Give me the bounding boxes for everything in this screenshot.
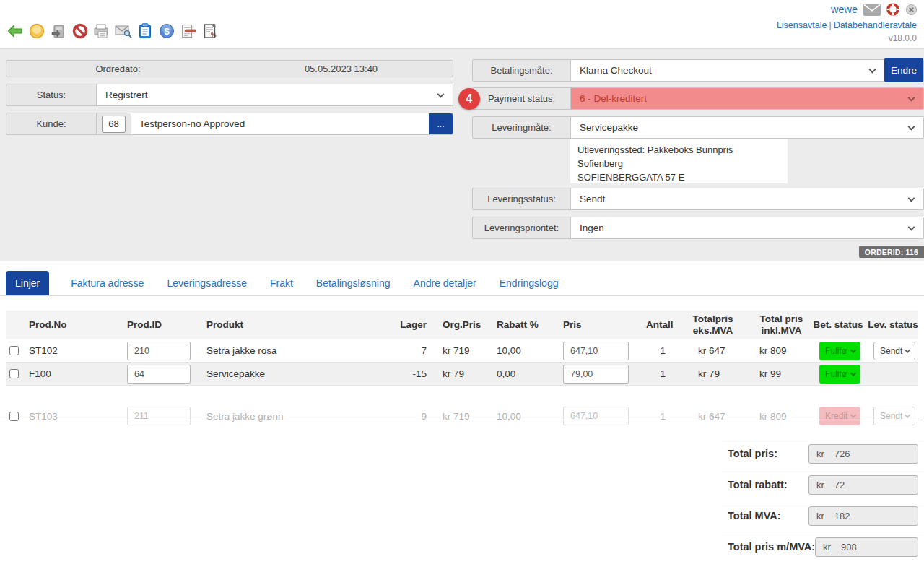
chevron-down-icon [905,412,910,418]
row-checkbox[interactable] [9,412,19,421]
total-pris-label: Total pris: [722,441,777,472]
status-value: Registrert [105,90,148,100]
back-icon[interactable] [6,22,25,40]
leveringmate-label: Leveringmåte: [473,117,571,138]
cell-rabatt: 0,00 [497,368,563,379]
betalingsmate-select[interactable]: Klarna Checkout [571,60,884,81]
totals-panel: Total pris: kr726 Total rabatt: kr72 Tot… [722,441,924,565]
pris-input[interactable] [563,342,629,360]
lev-status-select[interactable]: Sendt [873,342,915,360]
col-produkt: Produkt [206,319,390,330]
currency-prefix: kr [809,448,824,459]
cell-prodno: F100 [29,368,127,379]
row-checkbox[interactable] [9,369,19,378]
close-icon[interactable] [905,4,917,15]
report-remove-icon[interactable] [179,22,198,40]
cell-produkt: Servicepakke [206,368,390,379]
kunde-label: Kunde: [6,113,97,134]
total-pris-field: kr726 [808,444,918,464]
chevron-down-icon [437,90,445,98]
edit-log-icon[interactable]: % [201,22,219,40]
cell-toteks: kr 647 [666,345,740,356]
print-icon[interactable] [92,22,111,40]
leveringsstatus-select[interactable]: Sendt [571,188,923,209]
kunde-id-input[interactable] [102,116,126,133]
cell-prodno: ST103 [29,411,127,422]
col-rabatt: Rabatt % [497,319,563,330]
total-rabatt-field: kr72 [808,475,918,495]
leveringsprioritet-row: Leveringsprioritet: Ingen [472,217,924,239]
col-totinkl: Total pris inkl.MVA [740,313,808,337]
total-rabatt-label: Total rabatt: [722,472,788,503]
prodid-input[interactable] [127,407,191,425]
leveringsprioritet-value: Ingen [580,222,604,233]
order-lines-table: Prod.No Prod.ID Produkt Lager Org.Pris R… [6,311,918,386]
tab-leveringsadresse[interactable]: Leveringsadresse [165,277,248,295]
leveringsprioritet-select[interactable]: Ingen [571,217,923,238]
lisensavtale-link[interactable]: Lisensavtale [777,20,827,30]
header-right: wewe Lisensavtale|Databehandleravtale v1… [777,3,917,43]
lifebuoy-icon[interactable] [886,3,899,16]
lev-status-value: Sendt [880,411,902,421]
tab-faktura-adresse[interactable]: Faktura adresse [69,277,145,295]
bet-status-value: Fullfø [825,346,847,356]
kunde-name-input[interactable] [131,113,429,134]
kunde-browse-button[interactable]: ... [429,113,453,134]
prodid-input[interactable] [127,365,191,384]
cell-produkt: Setra jakke grønn [206,411,390,422]
bet-status-value: Fullfø [825,369,847,379]
bet-status-select[interactable]: Fullfø [819,365,860,384]
payment-status-row: Payment status: 6 - Del-kreditert [472,87,924,110]
envelope-icon[interactable] [863,3,881,16]
cell-prodno: ST102 [29,345,127,356]
prodid-input[interactable] [127,342,191,360]
tab-linjer[interactable]: Linjer [6,271,49,295]
col-pris: Pris [563,319,646,330]
address-line-2: SOFIENBERGGATA 57 E [578,170,780,184]
currency-icon[interactable]: $ [157,22,176,40]
pris-input[interactable] [563,407,629,425]
total-pris-mva-label: Total pris m/MVA: [722,534,815,565]
betalingsmate-label: Betalingsmåte: [473,60,571,81]
col-betstatus: Bet. status [808,319,868,330]
svg-text:$: $ [164,26,170,37]
tab-betalingslosning[interactable]: Betalingsløsning [315,277,392,295]
databehandleravtale-link[interactable]: Databehandleravtale [834,20,917,30]
bet-status-select[interactable]: Kredit [819,407,860,425]
status-select[interactable]: Registrert [97,84,453,105]
kunde-row: Kunde: ... [6,113,453,135]
delivery-address-box: Utleveringssted: Pakkeboks Bunnpris Sofi… [570,139,788,183]
cell-toteks: kr 79 [666,368,740,379]
row-checkbox[interactable] [9,346,19,355]
leveringsstatus-label: Leveringsstatus: [473,188,571,209]
pris-input[interactable] [563,365,629,384]
chevron-down-icon [850,347,856,352]
table-row-credited: ST103 Setra jakke grønn 9 kr 719 10,00 1… [6,403,918,429]
cell-rabatt: 10,00 [497,345,563,356]
cell-toteks: kr 647 [666,411,740,422]
coin-icon[interactable] [27,22,46,40]
lev-status-select[interactable]: Sendt [873,407,915,425]
bet-status-select[interactable]: Fullfø [819,342,860,360]
block-icon[interactable] [71,22,90,40]
archive-icon[interactable] [49,22,68,40]
tab-endringslogg[interactable]: Endringslogg [498,277,560,295]
clipboard-icon[interactable] [136,22,154,40]
email-search-icon[interactable] [114,22,133,40]
endre-button[interactable]: Endre [884,58,923,82]
username-link[interactable]: wewe [831,4,858,15]
tab-andre-detaljer[interactable]: Andre detaljer [412,277,478,295]
leveringmate-select[interactable]: Servicepakke [571,117,923,138]
currency-prefix: kr [809,480,824,490]
col-antall: Antall [646,319,666,330]
chevron-down-icon [869,66,876,73]
payment-status-select[interactable]: 6 - Del-kreditert [571,88,923,109]
order-lines-panel: Prod.No Prod.ID Produkt Lager Org.Pris R… [0,296,924,572]
tab-frakt[interactable]: Frakt [269,277,295,295]
col-orgpris: Org.Pris [427,319,497,330]
col-prodid: Prod.ID [127,319,206,330]
total-pris-value: 726 [834,448,850,459]
leveringmate-value: Servicepakke [580,122,638,133]
toolbar: $ % [6,22,219,40]
table-header-row: Prod.No Prod.ID Produkt Lager Org.Pris R… [6,311,918,339]
